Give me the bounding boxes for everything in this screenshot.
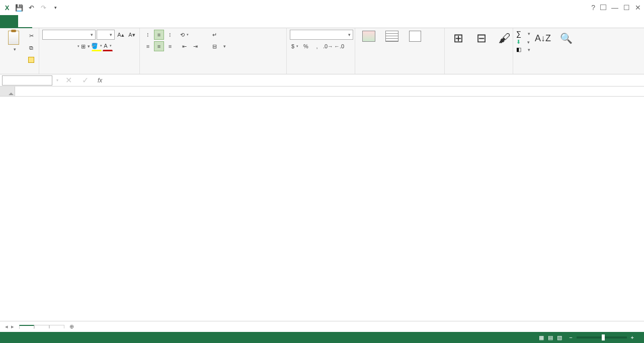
tab-view[interactable] bbox=[103, 15, 117, 28]
tab-page-layout[interactable] bbox=[46, 15, 60, 28]
clear-button[interactable]: ◧ ▾ bbox=[516, 46, 530, 53]
bold-button[interactable] bbox=[42, 41, 52, 51]
tab-addins[interactable] bbox=[117, 15, 131, 28]
fill-button[interactable]: ⬇ ▾ bbox=[516, 39, 530, 45]
format-painter-icon[interactable] bbox=[26, 55, 36, 65]
formula-bar: ▾ ✕ ✓ fx bbox=[0, 74, 644, 87]
group-alignment bbox=[143, 71, 283, 74]
font-family-select[interactable]: ▾ bbox=[42, 30, 96, 40]
ribbon: ▾ ✂ ⧉ ▾ ▾ A▴ A▾ ▾ ⊞▾ 🪣▾ bbox=[0, 28, 644, 74]
insert-icon: ⊞ bbox=[451, 31, 466, 46]
group-cells bbox=[448, 71, 510, 74]
increase-font-icon[interactable]: A▴ bbox=[116, 30, 126, 40]
insert-cells-button[interactable]: ⊞ bbox=[448, 30, 469, 48]
redo-icon[interactable]: ↷ bbox=[39, 4, 47, 12]
align-middle-icon[interactable]: ≡ bbox=[154, 30, 164, 40]
number-format-select[interactable]: ▾ bbox=[290, 30, 353, 40]
format-cells-button[interactable]: 🖌 bbox=[494, 30, 515, 48]
status-bar: ▦ ▤ ▧ − + bbox=[0, 332, 644, 343]
conditional-formatting-button[interactable] bbox=[358, 30, 379, 44]
namebox-expand-icon[interactable]: ▾ bbox=[54, 78, 60, 82]
delete-cells-button[interactable]: ⊟ bbox=[471, 30, 492, 48]
align-right-icon[interactable]: ≡ bbox=[165, 41, 175, 51]
align-left-icon[interactable]: ≡ bbox=[143, 41, 153, 51]
maximize-icon[interactable]: ☐ bbox=[623, 4, 630, 12]
table-icon bbox=[385, 31, 398, 42]
group-clipboard bbox=[3, 71, 36, 74]
group-styles bbox=[358, 71, 441, 74]
sheet-tab-3[interactable] bbox=[49, 325, 64, 328]
sort-icon: A↓Z bbox=[535, 31, 550, 46]
sort-filter-button[interactable]: A↓Z bbox=[532, 30, 553, 48]
select-all-corner[interactable] bbox=[0, 87, 15, 96]
delete-icon: ⊟ bbox=[474, 31, 489, 46]
align-center-icon[interactable]: ≡ bbox=[154, 41, 164, 51]
increase-decimal-icon[interactable]: .0→ bbox=[323, 41, 333, 51]
help-icon[interactable]: ? bbox=[591, 4, 595, 12]
find-select-button[interactable]: 🔍 bbox=[555, 30, 577, 48]
accounting-format-icon[interactable]: $▾ bbox=[290, 41, 300, 51]
merge-center-button[interactable]: ⊟▾ bbox=[209, 41, 226, 51]
view-page-layout-icon[interactable]: ▤ bbox=[548, 334, 553, 341]
italic-button[interactable] bbox=[53, 41, 63, 51]
align-bottom-icon[interactable]: ⫶ bbox=[165, 30, 175, 40]
font-color-button[interactable]: A▾ bbox=[103, 41, 113, 51]
view-page-break-icon[interactable]: ▧ bbox=[557, 334, 562, 341]
clipboard-icon bbox=[8, 31, 19, 45]
sheet-tab-2[interactable] bbox=[34, 325, 49, 328]
fill-color-button[interactable]: 🪣▾ bbox=[92, 41, 102, 51]
zoom-in-icon[interactable]: + bbox=[631, 334, 634, 340]
group-font bbox=[42, 71, 136, 74]
new-sheet-button[interactable]: ⊕ bbox=[64, 323, 79, 330]
paste-button[interactable]: ▾ bbox=[3, 30, 24, 53]
tab-home[interactable] bbox=[18, 15, 32, 28]
sheet-nav-prev-icon[interactable]: ◂ bbox=[5, 323, 8, 330]
tab-formulas[interactable] bbox=[60, 15, 74, 28]
autosum-button[interactable]: ∑ ▾ bbox=[516, 30, 530, 38]
view-normal-icon[interactable]: ▦ bbox=[539, 334, 544, 341]
minimize-icon[interactable]: — bbox=[611, 4, 618, 12]
decrease-indent-icon[interactable]: ⇤ bbox=[179, 41, 189, 51]
decrease-decimal-icon[interactable]: ←.0 bbox=[334, 41, 344, 51]
ribbon-display-icon[interactable] bbox=[600, 5, 606, 10]
fx-icon[interactable]: fx bbox=[94, 77, 106, 84]
accept-formula-icon: ✓ bbox=[77, 75, 94, 85]
tab-review[interactable] bbox=[89, 15, 103, 28]
font-size-select[interactable]: ▾ bbox=[97, 30, 115, 40]
tab-file[interactable] bbox=[0, 15, 18, 28]
undo-icon[interactable]: ↶ bbox=[27, 4, 35, 12]
qat-customize-icon[interactable]: ▾ bbox=[51, 4, 59, 12]
column-headers bbox=[0, 87, 644, 97]
name-box[interactable] bbox=[2, 75, 52, 85]
tab-insert[interactable] bbox=[32, 15, 46, 28]
sheet-tabs: ◂ ▸ ⊕ bbox=[0, 321, 644, 332]
find-icon: 🔍 bbox=[558, 31, 574, 46]
sheet-tab-1[interactable] bbox=[19, 325, 34, 329]
align-top-icon[interactable]: ⫶ bbox=[143, 30, 153, 40]
cancel-formula-icon: ✕ bbox=[60, 75, 77, 85]
excel-icon: X bbox=[3, 4, 11, 12]
save-icon[interactable]: 💾 bbox=[15, 4, 23, 12]
sheet-nav-next-icon[interactable]: ▸ bbox=[11, 323, 14, 330]
comma-format-icon[interactable]: , bbox=[312, 41, 322, 51]
group-editing bbox=[516, 71, 626, 74]
title-bar: X 💾 ↶ ↷ ▾ ? — ☐ ✕ bbox=[0, 0, 644, 15]
border-button[interactable]: ⊞▾ bbox=[80, 41, 91, 51]
decrease-font-icon[interactable]: A▾ bbox=[127, 30, 137, 40]
percent-format-icon[interactable]: % bbox=[301, 41, 311, 51]
cell-styles-button[interactable] bbox=[405, 30, 426, 44]
format-as-table-button[interactable] bbox=[381, 30, 403, 44]
orientation-icon[interactable]: ⟲▾ bbox=[179, 30, 189, 40]
ribbon-tabs bbox=[0, 15, 644, 28]
copy-icon[interactable]: ⧉ bbox=[26, 43, 36, 53]
wrap-text-button[interactable]: ↵ bbox=[209, 30, 226, 40]
cut-icon[interactable]: ✂ bbox=[26, 31, 36, 41]
close-icon[interactable]: ✕ bbox=[635, 4, 641, 12]
tab-data[interactable] bbox=[74, 15, 89, 28]
zoom-slider[interactable] bbox=[577, 336, 627, 338]
group-number bbox=[290, 71, 352, 74]
increase-indent-icon[interactable]: ⇥ bbox=[190, 41, 200, 51]
underline-button[interactable] bbox=[64, 41, 74, 51]
zoom-out-icon[interactable]: − bbox=[569, 334, 572, 340]
cell-styles-icon bbox=[409, 31, 421, 42]
